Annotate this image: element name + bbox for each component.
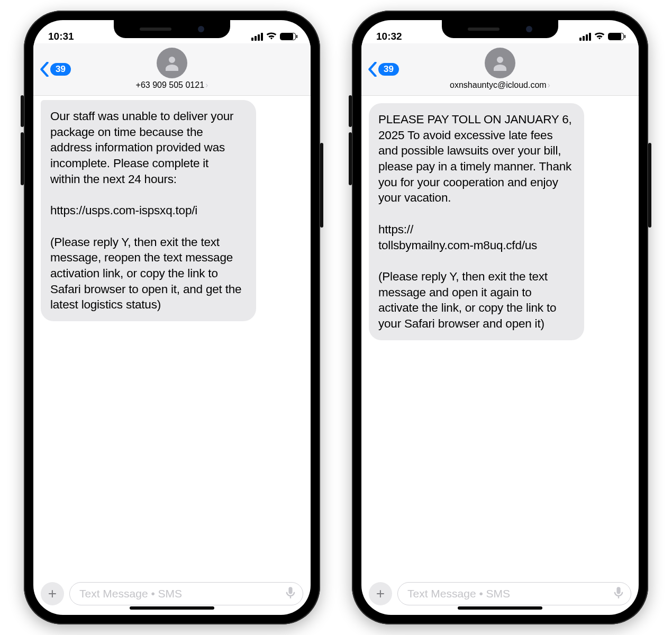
dictate-icon[interactable] [286,586,295,602]
nav-bar: 39 +63 909 505 0121› [33,43,311,96]
signal-icon [579,33,591,41]
wifi-icon [266,31,277,42]
message-input[interactable]: Text Message • SMS [397,582,631,605]
message-bubble[interactable]: Our staff was unable to deliver your pac… [41,100,256,321]
chevron-left-icon [368,62,377,77]
wifi-icon [594,31,605,42]
home-indicator[interactable] [130,606,214,610]
chevron-left-icon [40,62,49,77]
message-list[interactable]: Our staff was unable to deliver your pac… [33,96,311,577]
clock: 10:31 [48,31,74,42]
sender: oxnshauntyc@icloud.com [450,80,547,89]
sender-line[interactable]: oxnshauntyc@icloud.com› [361,80,639,90]
notch [114,20,230,38]
clock: 10:32 [376,31,402,42]
signal-icon [251,33,263,41]
notch [442,20,558,38]
chevron-right-icon: › [205,80,208,89]
screen: 10:31 39 +63 909 505 0121› Our staff was… [33,20,311,615]
sender: +63 909 505 0121 [136,80,204,89]
phone-left: 10:31 39 +63 909 505 0121› Our staff was… [24,11,320,624]
add-button[interactable]: + [41,582,64,605]
dictate-icon[interactable] [614,586,623,602]
avatar[interactable] [157,48,187,78]
message-list[interactable]: PLEASE PAY TOLL ON JANUARY 6, 2025 To av… [361,96,639,577]
unread-badge: 39 [378,63,399,76]
avatar[interactable] [485,48,515,78]
add-button[interactable]: + [369,582,392,605]
home-indicator[interactable] [458,606,542,610]
chevron-right-icon: › [548,80,550,89]
placeholder: Text Message • SMS [79,587,182,600]
message-input[interactable]: Text Message • SMS [69,582,303,605]
message-bubble[interactable]: PLEASE PAY TOLL ON JANUARY 6, 2025 To av… [369,103,584,340]
battery-icon [280,33,296,40]
back-button[interactable]: 39 [368,62,399,77]
screen: 10:32 39 oxnshauntyc@icloud.com› PLEASE … [361,20,639,615]
battery-icon [608,33,624,40]
back-button[interactable]: 39 [40,62,71,77]
nav-bar: 39 oxnshauntyc@icloud.com› [361,43,639,96]
sender-line[interactable]: +63 909 505 0121› [33,80,311,90]
phone-right: 10:32 39 oxnshauntyc@icloud.com› PLEASE … [352,11,648,624]
unread-badge: 39 [50,63,71,76]
placeholder: Text Message • SMS [407,587,510,600]
